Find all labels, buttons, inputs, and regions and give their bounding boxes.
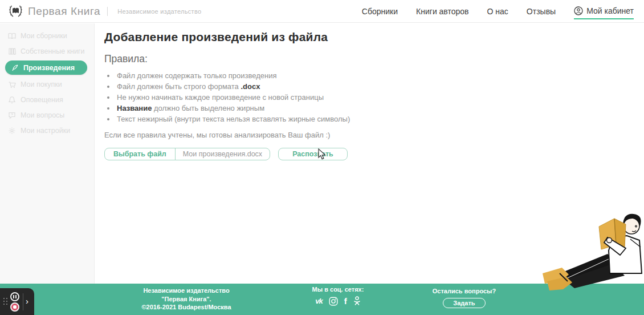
stop-record-button[interactable] [10,302,19,312]
question-bubble-icon [8,111,16,119]
nav-item-author-books[interactable]: Книги авторов [416,7,469,16]
my-cabinet-button[interactable]: Мой кабинет [574,6,634,19]
selected-file-name[interactable]: Мои произведения.docx [176,148,270,160]
brand-title: Первая Книга [28,5,100,18]
footer-social: Мы в соц. сетях: vk f [301,286,375,306]
ready-note: Если все правила учтены, мы готовы анали… [104,131,633,139]
gear-icon [8,127,16,135]
odnoklassniki-icon[interactable] [353,296,361,306]
nav-item-reviews[interactable]: Отзывы [527,7,556,16]
chevron-right-icon[interactable]: › [26,297,28,306]
bell-icon [8,96,16,104]
ask-question-button[interactable]: Задать [443,298,485,308]
sidebar-item-my-purchases[interactable]: Мои покупки [0,76,94,92]
drag-handle-icon[interactable] [3,298,8,305]
social-icons-row: vk f [301,296,375,306]
brand-divider [107,7,108,16]
nav-item-about[interactable]: О нас [487,7,508,16]
user-icon [574,6,583,15]
sidebar-item-notifications[interactable]: Оповещения [0,92,94,107]
sidebar-item-my-collections[interactable]: Мои сборники [0,28,94,43]
footer-about-line3: ©2016-2021 Budapest/Москва [127,303,246,312]
vk-icon[interactable]: vk [315,297,322,305]
sidebar-item-label: Собственные книги [21,47,85,55]
cart-icon [8,80,16,88]
questions-heading: Остались вопросы? [429,288,500,294]
recognize-button[interactable]: Распознать [278,148,348,160]
footer-about-line1: Независимое издательство [127,286,246,295]
main-content: Добавление произведений из файла Правила… [95,23,644,284]
footer-about: Независимое издательство "Первая Книга".… [127,286,246,312]
sidebar-item-own-books[interactable]: Собственные книги [0,43,94,59]
brand-subtitle: Независимое издательство [117,8,201,15]
header: Первая Книга Независимое издательство Сб… [0,0,644,23]
rule-item: Текст нежирный (внутри текста нельзя вст… [116,114,633,124]
footer-questions: Остались вопросы? Задать [429,288,500,308]
laurel-book-logo-icon [8,3,23,19]
nav-item-collections[interactable]: Сборники [362,7,398,16]
choose-file-button[interactable]: Выбрать файл [105,148,176,160]
sidebar-item-label: Мои сборники [21,32,67,40]
rules-list: Файл должен содержать только произведени… [116,70,633,124]
rule-item: Файл должен содержать только произведени… [116,70,633,81]
sidebar-item-my-questions[interactable]: Мои вопросы [0,107,94,123]
logo[interactable]: Первая Книга Независимое издательство [8,3,201,19]
recorder-divider [23,293,23,310]
sidebar-item-label: Произведения [23,64,75,72]
open-book-icon [8,32,16,40]
sidebar: Мои сборники Собственные книги Произведе… [0,23,95,284]
recorder-controls [10,292,19,312]
upload-controls: Выбрать файл Мои произведения.docx Распо… [104,148,633,160]
footer-about-line2: "Первая Книга". [127,295,246,304]
sidebar-item-label: Мои покупки [21,80,62,88]
quill-icon [11,64,19,72]
sidebar-item-my-settings[interactable]: Мои настройки [0,123,94,138]
footer: Независимое издательство "Первая Книга".… [0,284,644,315]
rule-item: Название должно быть выделено жирным [116,103,633,114]
top-nav: Сборники Книги авторов О нас Отзывы Мой … [362,3,634,19]
rule-item: Файл должен быть строго формата .docx [116,81,633,92]
social-heading: Мы в соц. сетях: [301,286,375,293]
sidebar-item-works-active[interactable]: Произведения [5,60,87,75]
screen-recorder-widget: › [0,288,34,315]
rules-heading: Правила: [104,53,633,65]
pause-button[interactable] [10,292,19,301]
sidebar-item-label: Мои настройки [21,127,70,135]
page-title: Добавление произведений из файла [104,30,633,44]
file-control: Выбрать файл Мои произведения.docx [104,148,270,160]
rule-item: Не нужно начинать каждое произведение с … [116,92,633,103]
books-icon [8,47,16,55]
sidebar-item-label: Мои вопросы [21,111,64,119]
instagram-icon[interactable] [329,297,338,306]
my-cabinet-label: Мой кабинет [586,6,634,15]
facebook-icon[interactable]: f [344,296,347,306]
sidebar-item-label: Оповещения [21,96,63,104]
